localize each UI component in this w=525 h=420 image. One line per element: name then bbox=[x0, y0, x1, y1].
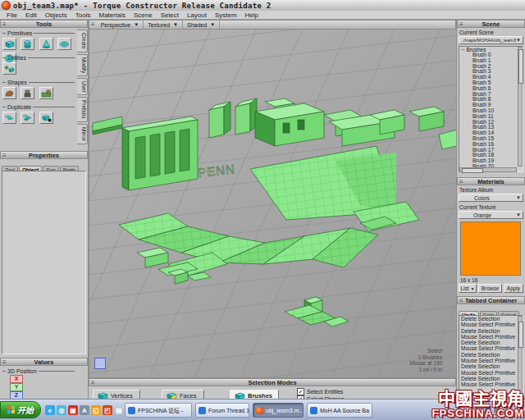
drag-grip-icon[interactable]: ≡ bbox=[2, 153, 7, 159]
tool-side-tab[interactable]: Modify bbox=[77, 54, 88, 76]
menu-item[interactable]: Edit bbox=[21, 11, 41, 20]
undo-history-item[interactable]: Delete Selection bbox=[459, 376, 523, 381]
torque-icon bbox=[256, 407, 263, 414]
shape-3-button[interactable] bbox=[39, 87, 53, 99]
quick-launch-icon[interactable]: ▣ bbox=[68, 405, 78, 415]
menu-item[interactable]: Layout bbox=[183, 11, 211, 20]
undo-history-item[interactable]: Delete Selection bbox=[459, 328, 523, 334]
undo-history-item[interactable]: Mouse Select Primitive bbox=[459, 334, 523, 340]
scene-tree[interactable]: − Brushes Brush 0Brush 1Brush 2Brush 3Br… bbox=[459, 46, 523, 172]
system-tray[interactable] bbox=[481, 401, 525, 419]
drag-grip-icon[interactable]: ≡ bbox=[459, 179, 463, 185]
undo-list-scrollbar[interactable] bbox=[518, 316, 523, 396]
axis-gizmo-icon bbox=[94, 358, 106, 369]
tool-side-tab[interactable]: Create bbox=[77, 30, 88, 52]
brush-tree-item[interactable]: Brush 7 bbox=[459, 92, 523, 98]
tabbed-container-header: ≡ Tabbed Container bbox=[457, 296, 525, 304]
primitive-cube-button[interactable] bbox=[2, 38, 16, 50]
scene-tree-hscrollbar[interactable] bbox=[459, 167, 517, 172]
scene-tree-vscrollbar[interactable] bbox=[518, 47, 523, 167]
drag-grip-icon[interactable]: ≡ bbox=[91, 380, 95, 386]
ie-icon bbox=[310, 407, 317, 414]
menu-item[interactable]: Help bbox=[241, 11, 262, 20]
undo-history-item[interactable]: Delete Selection bbox=[459, 363, 523, 369]
select-entities-checkbox[interactable]: Select Entities bbox=[297, 388, 344, 395]
drag-grip-icon[interactable]: ≡ bbox=[459, 21, 463, 28]
drag-grip-icon[interactable]: ≡ bbox=[91, 21, 95, 28]
materials-panel-header: ≡ Materials bbox=[457, 177, 525, 185]
viewport-status-line: 0 Brushes bbox=[410, 354, 442, 361]
menu-item[interactable]: Tools bbox=[71, 11, 95, 20]
shade-mode-dropdown[interactable]: Shaded▼ bbox=[183, 21, 220, 29]
quick-launch-icon[interactable]: ◰ bbox=[103, 405, 112, 415]
undo-history-item[interactable]: Mouse Select Primitive bbox=[459, 322, 523, 327]
duplicate-1-button[interactable] bbox=[2, 112, 16, 124]
menu-item[interactable]: Scene bbox=[130, 11, 157, 20]
task-button-forum-thread[interactable]: Forum Thread 1 bbox=[195, 403, 249, 418]
ie-icon bbox=[199, 407, 206, 414]
view-mode-dropdown[interactable]: Perspective▼ bbox=[97, 21, 144, 29]
browse-button[interactable]: Browse bbox=[478, 284, 502, 293]
menu-item[interactable]: Select bbox=[157, 11, 183, 20]
task-button-moh-source[interactable]: MoH AA Source Ba bbox=[307, 403, 372, 418]
undo-history-item[interactable]: Mouse Select Primitive bbox=[459, 358, 523, 363]
brush-tree-item[interactable]: Brush 3 bbox=[459, 69, 523, 75]
menu-item[interactable]: System bbox=[211, 11, 241, 20]
apply-button[interactable]: Apply bbox=[504, 284, 523, 293]
list-button[interactable]: List▼ bbox=[459, 284, 477, 293]
undo-history-item[interactable]: Delete Selection bbox=[459, 352, 523, 358]
viewport-3d[interactable]: PENN Select0 BrushesMouse at 1901 on / 0… bbox=[89, 30, 457, 377]
task-button-fpschina[interactable]: FPSCHINA 论坛 - bbox=[125, 403, 192, 418]
y-axis-field[interactable]: Y bbox=[10, 383, 23, 391]
undo-history-list[interactable]: Delete SelectionMouse Select PrimitiveDe… bbox=[459, 315, 523, 397]
drag-grip-icon[interactable]: ≡ bbox=[2, 359, 7, 366]
brush-tree-item[interactable]: Brush 6 bbox=[459, 86, 523, 92]
viewport-canvas: PENN bbox=[89, 30, 457, 377]
menu-item[interactable]: Materials bbox=[95, 11, 130, 20]
menu-item[interactable]: Objects bbox=[41, 11, 71, 20]
menu-item[interactable]: File bbox=[2, 11, 21, 20]
texture-swatch[interactable] bbox=[460, 221, 521, 276]
x-axis-field[interactable]: X bbox=[10, 375, 23, 383]
taskbar: 开始 e◎▣A◱◰▤ FPSCHINA 论坛 - Forum Thread 1 … bbox=[0, 399, 525, 420]
brush-tree-item[interactable]: Brush 8 bbox=[459, 97, 523, 103]
quick-launch-icon[interactable]: e bbox=[45, 405, 55, 415]
primitive-cylinder-button[interactable] bbox=[21, 38, 34, 50]
properties-content bbox=[2, 171, 86, 354]
start-button[interactable]: 开始 bbox=[0, 401, 41, 418]
brush-tree-item[interactable]: Brush 0 bbox=[459, 52, 523, 58]
duplicate-3-button[interactable] bbox=[39, 112, 53, 124]
quick-launch-icon[interactable]: A bbox=[80, 405, 89, 415]
texture-album-dropdown[interactable]: Colors▼ bbox=[459, 194, 523, 202]
tool-side-tab[interactable]: Mirror bbox=[77, 124, 88, 144]
tray-icon[interactable] bbox=[485, 407, 491, 413]
tree-root-row[interactable]: − Brushes bbox=[459, 47, 523, 52]
undo-history-item[interactable]: Mouse Select Primitive bbox=[459, 381, 523, 387]
undo-history-item[interactable]: Delete Selection bbox=[459, 316, 523, 322]
task-button-constructor[interactable]: obj_team3.m... bbox=[253, 403, 304, 418]
shape-2-button[interactable] bbox=[21, 87, 34, 99]
tray-icon[interactable] bbox=[494, 407, 500, 413]
current-texture-dropdown[interactable]: Orange▼ bbox=[459, 211, 523, 219]
primitive-cone-button[interactable] bbox=[39, 38, 53, 50]
drag-grip-icon[interactable]: ≡ bbox=[459, 298, 463, 304]
shape-1-button[interactable] bbox=[2, 87, 16, 99]
primitive-torus-button[interactable] bbox=[57, 38, 71, 50]
brush-tree-item[interactable]: Brush 1 bbox=[459, 58, 523, 64]
quick-launch-icon[interactable]: ◱ bbox=[91, 405, 101, 415]
tool-side-tab[interactable]: User bbox=[77, 78, 88, 96]
brush-tree-item[interactable]: Brush 5 bbox=[459, 80, 523, 86]
undo-history-item[interactable]: Delete Selection bbox=[459, 340, 523, 345]
quick-launch-icon[interactable]: ◎ bbox=[57, 405, 66, 415]
undo-history-item[interactable]: Mouse Select Primitive bbox=[459, 345, 523, 351]
scene-path-dropdown[interactable]: ../maps/MOHAA/obj_team3.map*▼ bbox=[459, 36, 523, 44]
brush-tree-item[interactable]: Brush 4 bbox=[459, 75, 523, 80]
drag-grip-icon[interactable]: ≡ bbox=[2, 21, 7, 28]
tool-side-tab[interactable]: Prefabs bbox=[77, 97, 88, 121]
add-entity-button[interactable] bbox=[2, 62, 16, 75]
texture-mode-dropdown[interactable]: Textured▼ bbox=[144, 21, 183, 29]
undo-history-item[interactable]: Mouse Select Primitive bbox=[459, 370, 523, 376]
duplicate-2-button[interactable] bbox=[21, 112, 34, 124]
brush-tree-item[interactable]: Brush 2 bbox=[459, 64, 523, 70]
quick-launch-icon[interactable]: ▤ bbox=[114, 405, 124, 415]
